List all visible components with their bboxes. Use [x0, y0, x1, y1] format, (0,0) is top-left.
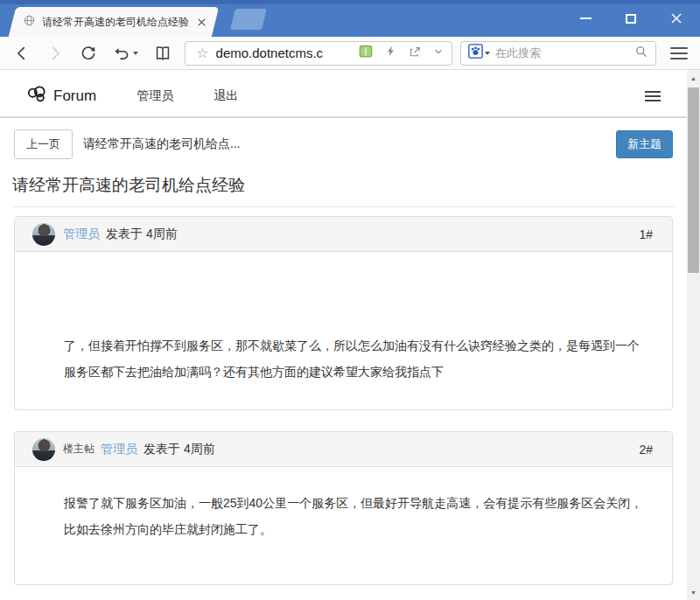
post-header: 管理员 发表于 4周前 1# [15, 217, 672, 252]
browser-window: 请经常开高速的老司机给点经验 [0, 0, 700, 600]
nav-link-admin[interactable]: 管理员 [136, 88, 173, 104]
forum-brand[interactable]: Forum [26, 85, 96, 108]
browser-menu-icon[interactable] [670, 43, 691, 64]
post-author-link[interactable]: 管理员 [63, 227, 100, 242]
post-meta: 发表于 4周前 [144, 442, 215, 457]
bookmarks-book-icon[interactable] [150, 40, 176, 66]
bookmark-star-icon[interactable]: ☆ [196, 45, 208, 61]
browser-tab[interactable]: 请经常开高速的老司机给点经验 [9, 7, 219, 37]
forum-logo-icon [26, 85, 47, 108]
site-navbar: Forum 管理员 退出 [0, 70, 687, 118]
avatar[interactable] [32, 438, 55, 461]
site-menu-icon[interactable] [645, 91, 664, 101]
page-scrollbar[interactable]: ▲ ▼ [687, 70, 700, 600]
browser-toolbar: ☆ demo.dotnetcms.c [0, 37, 700, 70]
tab-title: 请经常开高速的老司机给点经验 [42, 15, 189, 30]
post-list: 管理员 发表于 4周前 1# 了，但接着开怕撑不到服务区，那不就歇菜了么，所以怎… [14, 216, 673, 600]
topic-breadcrumb: 请经常开高速的老司机给点... [83, 136, 616, 152]
scrollbar-thumb[interactable] [688, 87, 699, 273]
lightning-icon[interactable] [384, 45, 397, 61]
post-body: 了，但接着开怕撑不到服务区，那不就歇菜了么，所以怎么加油有没有什么诀窍经验之类的… [15, 252, 672, 409]
search-engine-paw-icon[interactable] [468, 44, 483, 62]
address-text[interactable]: demo.dotnetcms.c [216, 45, 354, 60]
minimize-button[interactable] [574, 7, 597, 30]
new-topic-button[interactable]: 新主题 [616, 130, 673, 158]
nav-link-logout[interactable]: 退出 [214, 88, 238, 104]
post-floor-number: 2# [639, 443, 653, 457]
post-card: 楼主帖 管理员 发表于 4周前 2# 报警了就下服务区加油，一般25到40公里一… [14, 431, 673, 585]
undo-icon [112, 44, 131, 63]
share-icon[interactable] [408, 45, 422, 62]
previous-page-button[interactable]: 上一页 [14, 129, 73, 159]
tab-close-icon[interactable] [194, 15, 208, 29]
globe-icon [23, 14, 36, 31]
close-button[interactable] [665, 7, 688, 30]
brand-label: Forum [53, 87, 96, 105]
reading-mode-icon[interactable] [358, 44, 374, 63]
avatar[interactable] [32, 223, 55, 246]
scroll-up-icon[interactable]: ▲ [687, 72, 700, 84]
post-body: 报警了就下服务区加油，一般25到40公里一个服务区，但最好开导航走高速，会有提示… [15, 467, 672, 584]
maximize-button[interactable] [620, 7, 642, 30]
post-floor-number: 1# [639, 227, 653, 241]
new-tab-button[interactable] [230, 9, 267, 30]
title-divider [12, 206, 675, 207]
address-bar[interactable]: ☆ demo.dotnetcms.c [185, 41, 452, 66]
scroll-down-icon[interactable]: ▼ [687, 586, 700, 598]
window-controls [574, 0, 688, 37]
refresh-icon[interactable] [75, 40, 102, 66]
post-card: 管理员 发表于 4周前 1# 了，但接着开怕撑不到服务区，那不就歇菜了么，所以怎… [14, 216, 673, 410]
search-box[interactable] [460, 41, 656, 66]
search-icon[interactable] [634, 45, 648, 62]
chevron-down-icon[interactable] [485, 52, 490, 55]
page-viewport: Forum 管理员 退出 上一页 请经常开高速的老司机给点... 新主题 请经常… [0, 70, 687, 600]
forward-icon[interactable] [42, 40, 68, 66]
undo-dropdown-button[interactable] [108, 40, 144, 66]
chevron-down-icon[interactable] [432, 45, 444, 61]
topic-bar: 上一页 请经常开高速的老司机给点... 新主题 [14, 129, 673, 159]
back-icon[interactable] [9, 40, 35, 66]
post-author-link[interactable]: 管理员 [101, 442, 137, 457]
titlebar: 请经常开高速的老司机给点经验 [0, 0, 700, 37]
post-header: 楼主帖 管理员 发表于 4周前 2# [15, 432, 672, 467]
post-meta: 发表于 4周前 [106, 227, 178, 242]
page-title: 请经常开高速的老司机给点经验 [12, 174, 675, 197]
chevron-down-icon [133, 52, 138, 55]
search-input[interactable] [495, 46, 634, 59]
op-badge: 楼主帖 [63, 442, 94, 457]
